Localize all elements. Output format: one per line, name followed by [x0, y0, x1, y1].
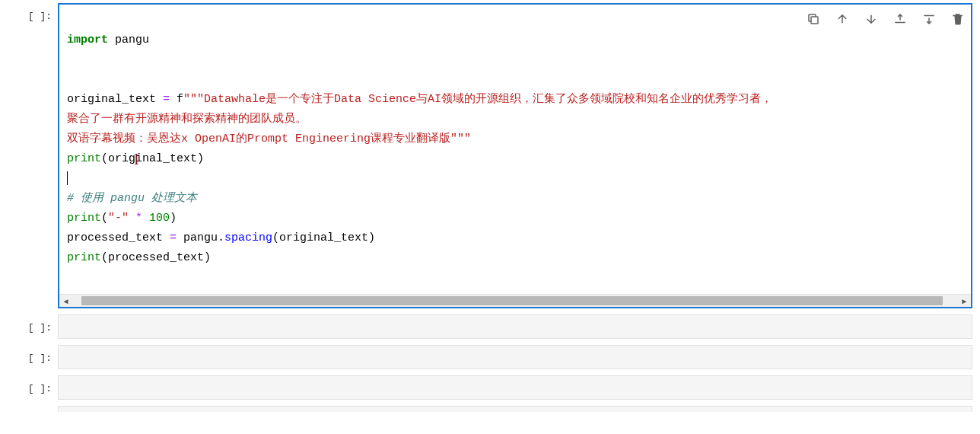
code-line: import pangu	[67, 34, 149, 46]
prompt-label: [ ]:	[5, 375, 58, 400]
insert-below-button[interactable]	[919, 9, 939, 29]
trash-icon	[951, 12, 965, 26]
code-line: # 使用 pangu 处理文本	[67, 192, 197, 205]
cell-input-wrapper[interactable]	[58, 314, 972, 339]
code-cell-empty-2: [ ]:	[5, 345, 980, 369]
arrow-up-icon	[835, 12, 849, 26]
cell-input-wrapper[interactable]	[58, 406, 972, 412]
code-line: original_text = f"""Datawhale是一个专注于Data …	[67, 93, 772, 106]
duplicate-icon	[807, 12, 820, 26]
text-caret	[67, 171, 68, 185]
code-line: processed_text = pangu.spacing(original_…	[67, 231, 375, 244]
code-line: print(original_text)	[67, 152, 204, 165]
code-line: 双语字幕视频：吴恩达x OpenAI的Prompt Engineering课程专…	[67, 132, 471, 145]
cell-input-wrapper: import pangu original_text = f"""Datawha…	[58, 3, 972, 308]
insert-above-button[interactable]	[890, 9, 910, 29]
scroll-track[interactable]	[72, 295, 958, 307]
cell-input-wrapper[interactable]	[58, 375, 972, 400]
code-cell-empty-3: [ ]:	[5, 375, 980, 400]
arrow-down-icon	[864, 12, 878, 26]
code-cell-empty-1: [ ]:	[5, 314, 980, 339]
insert-below-icon	[922, 12, 936, 26]
scroll-thumb[interactable]	[81, 296, 943, 305]
prompt-label: [ ]:	[5, 3, 58, 308]
svg-rect-0	[811, 17, 818, 24]
prompt-label: [ ]:	[5, 314, 58, 339]
move-down-button[interactable]	[861, 9, 881, 29]
code-cell-empty-4	[5, 406, 980, 412]
cell-input-wrapper[interactable]	[58, 345, 972, 369]
scroll-right-button[interactable]: ►	[958, 295, 971, 308]
cell-toolbar	[803, 9, 968, 29]
prompt-label: [ ]:	[5, 345, 58, 369]
code-editor[interactable]: import pangu original_text = f"""Datawha…	[59, 5, 971, 294]
code-line: print(processed_text)	[67, 251, 211, 264]
move-up-button[interactable]	[832, 9, 852, 29]
code-line	[67, 172, 68, 185]
scroll-left-button[interactable]: ◄	[59, 295, 72, 308]
prompt-label	[5, 406, 58, 412]
duplicate-button[interactable]	[803, 9, 823, 29]
delete-button[interactable]	[948, 9, 968, 29]
code-line: 聚合了一群有开源精神和探索精神的团队成员。	[67, 113, 307, 126]
horizontal-scrollbar[interactable]: ◄ ►	[59, 294, 971, 307]
code-line: print("-" * 100)	[67, 212, 177, 225]
insert-above-icon	[893, 12, 907, 26]
code-cell-active: [ ]: import pangu original_text	[5, 3, 980, 308]
